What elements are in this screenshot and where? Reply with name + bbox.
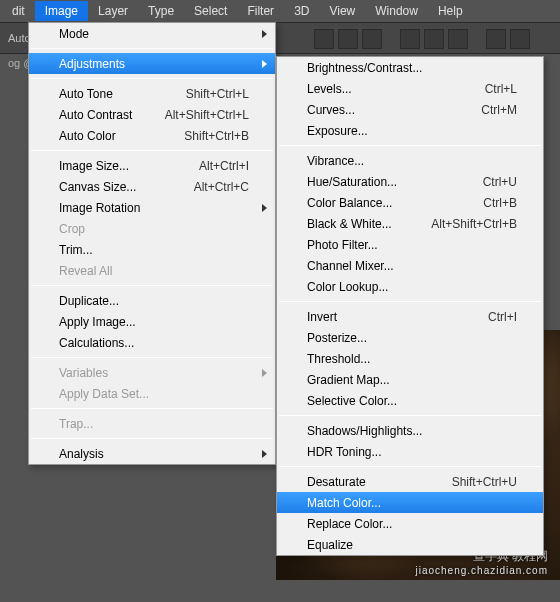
menu-item-image-rotation[interactable]: Image Rotation xyxy=(29,197,275,218)
align-icon[interactable] xyxy=(362,29,382,49)
align-icon[interactable] xyxy=(448,29,468,49)
menu-item-brightness-contrast[interactable]: Brightness/Contrast... xyxy=(277,57,543,78)
menu-item-shortcut: Shift+Ctrl+U xyxy=(452,475,517,489)
menu-item-desaturate[interactable]: DesaturateShift+Ctrl+U xyxy=(277,471,543,492)
menu-item-hdr-toning[interactable]: HDR Toning... xyxy=(277,441,543,462)
menu-item-label: Calculations... xyxy=(59,336,249,350)
menu-item-label: Variables xyxy=(59,366,249,380)
menubar-item-image[interactable]: Image xyxy=(35,1,88,21)
menu-item-shortcut: Ctrl+B xyxy=(483,196,517,210)
menu-item-match-color[interactable]: Match Color... xyxy=(277,492,543,513)
menu-item-label: Image Rotation xyxy=(59,201,249,215)
menu-separator xyxy=(279,301,541,302)
menu-item-mode[interactable]: Mode xyxy=(29,23,275,44)
menu-item-label: Photo Filter... xyxy=(307,238,517,252)
watermark-sub: jiaocheng.chazidian.com xyxy=(415,565,548,576)
menu-item-label: Gradient Map... xyxy=(307,373,517,387)
menu-item-label: Trap... xyxy=(59,417,249,431)
adjustments-submenu: Brightness/Contrast...Levels...Ctrl+LCur… xyxy=(276,56,544,556)
menu-item-invert[interactable]: InvertCtrl+I xyxy=(277,306,543,327)
menu-item-label: Black & White... xyxy=(307,217,419,231)
menu-separator xyxy=(31,78,273,79)
menu-separator xyxy=(31,150,273,151)
menu-item-label: Auto Color xyxy=(59,129,172,143)
menu-item-posterize[interactable]: Posterize... xyxy=(277,327,543,348)
image-menu: ModeAdjustmentsAuto ToneShift+Ctrl+LAuto… xyxy=(28,22,276,465)
submenu-arrow-icon xyxy=(262,450,267,458)
menu-item-threshold[interactable]: Threshold... xyxy=(277,348,543,369)
menu-item-label: Selective Color... xyxy=(307,394,517,408)
menubar-item-layer[interactable]: Layer xyxy=(88,1,138,21)
align-icon[interactable] xyxy=(314,29,334,49)
menu-separator xyxy=(31,48,273,49)
menubar-item-view[interactable]: View xyxy=(319,1,365,21)
menu-item-auto-color[interactable]: Auto ColorShift+Ctrl+B xyxy=(29,125,275,146)
align-icon[interactable] xyxy=(338,29,358,49)
menu-item-label: Auto Contrast xyxy=(59,108,153,122)
menu-item-label: Hue/Saturation... xyxy=(307,175,471,189)
menu-item-image-size[interactable]: Image Size...Alt+Ctrl+I xyxy=(29,155,275,176)
menu-item-shortcut: Ctrl+M xyxy=(481,103,517,117)
submenu-arrow-icon xyxy=(262,60,267,68)
menu-item-black-white[interactable]: Black & White...Alt+Shift+Ctrl+B xyxy=(277,213,543,234)
menu-item-selective-color[interactable]: Selective Color... xyxy=(277,390,543,411)
menu-item-levels[interactable]: Levels...Ctrl+L xyxy=(277,78,543,99)
menu-item-calculations[interactable]: Calculations... xyxy=(29,332,275,353)
menu-item-label: Image Size... xyxy=(59,159,187,173)
menu-item-shortcut: Shift+Ctrl+L xyxy=(186,87,249,101)
menubar: ditImageLayerTypeSelectFilter3DViewWindo… xyxy=(0,0,560,22)
menu-item-shortcut: Alt+Shift+Ctrl+L xyxy=(165,108,249,122)
menu-separator xyxy=(31,438,273,439)
menu-item-photo-filter[interactable]: Photo Filter... xyxy=(277,234,543,255)
menu-item-label: Adjustments xyxy=(59,57,249,71)
menu-item-label: Brightness/Contrast... xyxy=(307,61,517,75)
menu-item-shadows-highlights[interactable]: Shadows/Highlights... xyxy=(277,420,543,441)
menu-separator xyxy=(31,285,273,286)
menu-item-curves[interactable]: Curves...Ctrl+M xyxy=(277,99,543,120)
menu-item-label: Apply Image... xyxy=(59,315,249,329)
menu-item-shortcut: Shift+Ctrl+B xyxy=(184,129,249,143)
menu-item-label: Reveal All xyxy=(59,264,249,278)
menu-item-gradient-map[interactable]: Gradient Map... xyxy=(277,369,543,390)
align-icon[interactable] xyxy=(424,29,444,49)
align-icon[interactable] xyxy=(486,29,506,49)
menu-item-label: Trim... xyxy=(59,243,249,257)
menu-item-crop: Crop xyxy=(29,218,275,239)
menu-separator xyxy=(31,357,273,358)
menu-separator xyxy=(279,145,541,146)
menu-item-analysis[interactable]: Analysis xyxy=(29,443,275,464)
menu-item-shortcut: Alt+Ctrl+I xyxy=(199,159,249,173)
menubar-item-3d[interactable]: 3D xyxy=(284,1,319,21)
menubar-item-filter[interactable]: Filter xyxy=(237,1,284,21)
menu-item-auto-contrast[interactable]: Auto ContrastAlt+Shift+Ctrl+L xyxy=(29,104,275,125)
menubar-item-dit[interactable]: dit xyxy=(2,1,35,21)
menu-item-trim[interactable]: Trim... xyxy=(29,239,275,260)
menubar-item-type[interactable]: Type xyxy=(138,1,184,21)
submenu-arrow-icon xyxy=(262,369,267,377)
menu-item-label: Threshold... xyxy=(307,352,517,366)
menu-item-reveal-all: Reveal All xyxy=(29,260,275,281)
menu-item-apply-image[interactable]: Apply Image... xyxy=(29,311,275,332)
align-icons xyxy=(314,29,530,49)
align-icon[interactable] xyxy=(400,29,420,49)
menu-item-hue-saturation[interactable]: Hue/Saturation...Ctrl+U xyxy=(277,171,543,192)
menubar-item-select[interactable]: Select xyxy=(184,1,237,21)
menu-item-canvas-size[interactable]: Canvas Size...Alt+Ctrl+C xyxy=(29,176,275,197)
menu-item-adjustments[interactable]: Adjustments xyxy=(29,53,275,74)
menu-item-color-lookup[interactable]: Color Lookup... xyxy=(277,276,543,297)
menubar-item-help[interactable]: Help xyxy=(428,1,473,21)
menubar-item-window[interactable]: Window xyxy=(365,1,428,21)
menu-item-vibrance[interactable]: Vibrance... xyxy=(277,150,543,171)
menu-item-shortcut: Ctrl+L xyxy=(485,82,517,96)
menu-separator xyxy=(279,466,541,467)
menu-item-label: Color Lookup... xyxy=(307,280,517,294)
menu-item-auto-tone[interactable]: Auto ToneShift+Ctrl+L xyxy=(29,83,275,104)
menu-item-channel-mixer[interactable]: Channel Mixer... xyxy=(277,255,543,276)
menu-item-color-balance[interactable]: Color Balance...Ctrl+B xyxy=(277,192,543,213)
menu-item-shortcut: Ctrl+I xyxy=(488,310,517,324)
menu-item-replace-color[interactable]: Replace Color... xyxy=(277,513,543,534)
menu-item-duplicate[interactable]: Duplicate... xyxy=(29,290,275,311)
menu-item-exposure[interactable]: Exposure... xyxy=(277,120,543,141)
menu-item-equalize[interactable]: Equalize xyxy=(277,534,543,555)
align-icon[interactable] xyxy=(510,29,530,49)
